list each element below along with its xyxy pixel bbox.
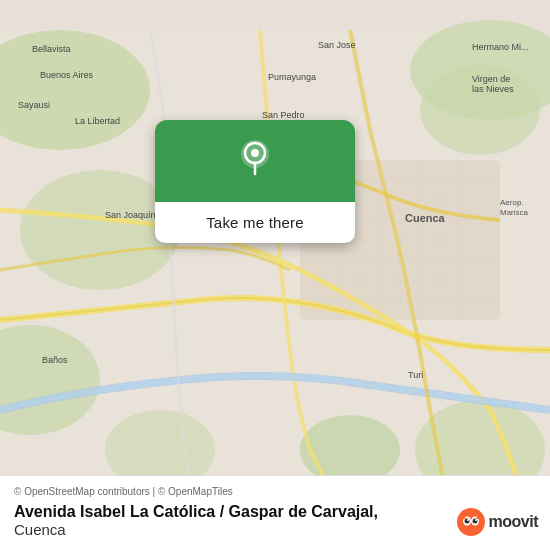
- moovit-logo: moovit: [457, 508, 538, 536]
- svg-text:San Jose: San Jose: [318, 40, 356, 50]
- popup-card: Take me there: [155, 120, 355, 243]
- svg-text:Baños: Baños: [42, 355, 68, 365]
- map-attribution: © OpenStreetMap contributors | © OpenMap…: [14, 486, 536, 497]
- svg-text:las Nieves: las Nieves: [472, 84, 514, 94]
- svg-text:Pumayunga: Pumayunga: [268, 72, 316, 82]
- take-me-there-button[interactable]: Take me there: [155, 202, 355, 243]
- moovit-text: moovit: [489, 513, 538, 531]
- bottom-bar: © OpenStreetMap contributors | © OpenMap…: [0, 475, 550, 550]
- svg-text:Bellavista: Bellavista: [32, 44, 71, 54]
- svg-text:Virgen de: Virgen de: [472, 74, 510, 84]
- svg-text:Sayausi: Sayausi: [18, 100, 50, 110]
- svg-point-51: [475, 519, 477, 521]
- svg-text:La Libertad: La Libertad: [75, 116, 120, 126]
- svg-text:Turi: Turi: [408, 370, 423, 380]
- svg-text:Marisca: Marisca: [500, 208, 529, 217]
- svg-text:Hermano Mi...: Hermano Mi...: [472, 42, 529, 52]
- moovit-icon: [457, 508, 485, 536]
- svg-text:San Joaquín: San Joaquín: [105, 210, 156, 220]
- svg-point-48: [464, 519, 469, 524]
- location-pin-icon: [233, 136, 277, 180]
- svg-point-49: [472, 519, 477, 524]
- svg-point-44: [251, 149, 259, 157]
- svg-point-50: [467, 519, 469, 521]
- map-container: Bellavista Buenos Aires Sayausi La Liber…: [0, 0, 550, 550]
- location-name: Avenida Isabel La Católica / Gaspar de C…: [14, 503, 378, 521]
- svg-text:Cuenca: Cuenca: [405, 212, 446, 224]
- svg-text:San Pedro: San Pedro: [262, 110, 305, 120]
- svg-text:Buenos Aires: Buenos Aires: [40, 70, 94, 80]
- city-name: Cuenca: [14, 521, 378, 538]
- svg-text:Aerop.: Aerop.: [500, 198, 524, 207]
- svg-point-45: [457, 508, 485, 536]
